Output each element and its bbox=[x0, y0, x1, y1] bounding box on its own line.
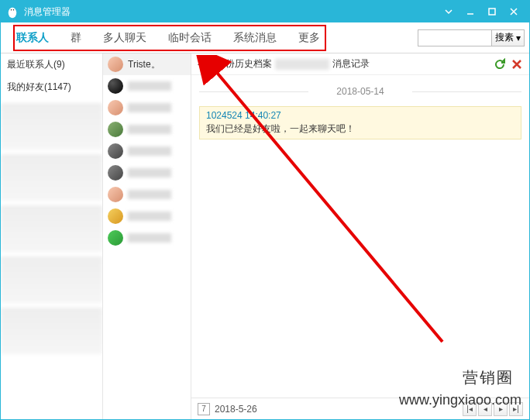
contact-item[interactable] bbox=[103, 140, 191, 162]
tab-3[interactable]: 临时会话 bbox=[157, 22, 222, 53]
maximize-button[interactable] bbox=[481, 1, 503, 22]
watermark-url: www.yingxiaoo.com bbox=[399, 392, 521, 408]
chat-log: 2018-05-14 1024524 14:40:27 我们已经是好友啦，一起来… bbox=[191, 75, 529, 398]
svg-point-3 bbox=[13, 9, 15, 11]
contact-name: Triste。 bbox=[128, 58, 160, 71]
blurred-content bbox=[1, 308, 102, 354]
blurred-content bbox=[1, 154, 102, 201]
close-button[interactable] bbox=[503, 1, 525, 22]
avatar bbox=[108, 208, 123, 224]
group-sidebar: 最近联系人(9) 我的好友(1147) bbox=[1, 53, 103, 419]
avatar bbox=[108, 230, 123, 246]
blurred-content bbox=[1, 205, 102, 252]
tab-1[interactable]: 群 bbox=[60, 22, 92, 53]
blurred-name bbox=[128, 168, 171, 177]
blurred-name bbox=[128, 81, 171, 91]
chat-header: 与第二份历史档案 消息记录 bbox=[191, 53, 529, 75]
contact-item[interactable] bbox=[103, 227, 191, 249]
avatar bbox=[108, 57, 123, 72]
avatar bbox=[108, 143, 123, 159]
app-penguin-icon bbox=[5, 5, 19, 19]
tab-4[interactable]: 系统消息 bbox=[222, 22, 287, 53]
contact-item[interactable] bbox=[103, 75, 191, 97]
refresh-icon[interactable] bbox=[494, 58, 506, 71]
delete-icon[interactable] bbox=[511, 58, 523, 71]
chevron-down-icon: ▾ bbox=[516, 33, 521, 43]
blurred-name bbox=[128, 125, 171, 134]
group-recent-contacts[interactable]: 最近联系人(9) bbox=[1, 53, 102, 76]
contact-item[interactable] bbox=[103, 205, 191, 227]
dropdown-button[interactable] bbox=[438, 1, 459, 22]
blurred-content bbox=[1, 256, 102, 303]
chat-header-suffix: 消息记录 bbox=[332, 57, 370, 71]
contact-item[interactable] bbox=[103, 184, 191, 205]
blurred-name bbox=[128, 233, 171, 243]
tab-0[interactable]: 联系人 bbox=[5, 22, 60, 53]
search-input[interactable] bbox=[418, 29, 492, 46]
footer-date: 2018-5-26 bbox=[215, 404, 257, 415]
date-divider: 2018-05-14 bbox=[199, 86, 521, 97]
contact-item[interactable] bbox=[103, 97, 191, 119]
svg-point-1 bbox=[9, 8, 15, 16]
contact-item[interactable]: Triste。 bbox=[103, 53, 191, 75]
message-meta: 1024524 14:40:27 bbox=[206, 110, 515, 121]
blurred-name bbox=[128, 212, 171, 221]
title-bar: 消息管理器 bbox=[1, 1, 529, 22]
contact-sidebar: Triste。 bbox=[103, 53, 191, 419]
avatar bbox=[108, 78, 123, 94]
watermark-text: 营销圈 bbox=[463, 367, 514, 388]
calendar-icon[interactable]: 7 bbox=[198, 403, 210, 415]
avatar bbox=[108, 165, 123, 181]
chat-header-prefix: 与第二份历史档案 bbox=[198, 57, 272, 71]
blurred-name bbox=[128, 190, 171, 199]
system-message: 1024524 14:40:27 我们已经是好友啦，一起来聊天吧！ bbox=[199, 106, 521, 139]
contact-item[interactable] bbox=[103, 119, 191, 140]
blurred-name bbox=[128, 146, 171, 156]
avatar bbox=[108, 187, 123, 202]
tab-5[interactable]: 更多 bbox=[287, 22, 331, 53]
window-title: 消息管理器 bbox=[24, 5, 438, 19]
svg-point-2 bbox=[11, 9, 12, 11]
svg-rect-4 bbox=[489, 9, 495, 15]
group-my-friends[interactable]: 我的好友(1147) bbox=[1, 76, 102, 98]
message-text: 我们已经是好友啦，一起来聊天吧！ bbox=[206, 122, 515, 136]
contact-item[interactable] bbox=[103, 162, 191, 184]
tab-2[interactable]: 多人聊天 bbox=[92, 22, 157, 53]
avatar bbox=[108, 100, 123, 115]
search-button[interactable]: 搜素 ▾ bbox=[492, 29, 525, 46]
avatar bbox=[108, 122, 123, 137]
search-button-label: 搜素 bbox=[495, 31, 514, 44]
minimize-button[interactable] bbox=[459, 1, 481, 22]
blurred-name bbox=[275, 59, 329, 70]
blurred-name bbox=[128, 103, 171, 112]
blurred-content bbox=[1, 103, 102, 150]
chat-panel: 与第二份历史档案 消息记录 2018-05-14 1024524 14:40:2… bbox=[191, 53, 529, 419]
menu-bar: 联系人群多人聊天临时会话系统消息更多 搜素 ▾ bbox=[1, 22, 529, 53]
